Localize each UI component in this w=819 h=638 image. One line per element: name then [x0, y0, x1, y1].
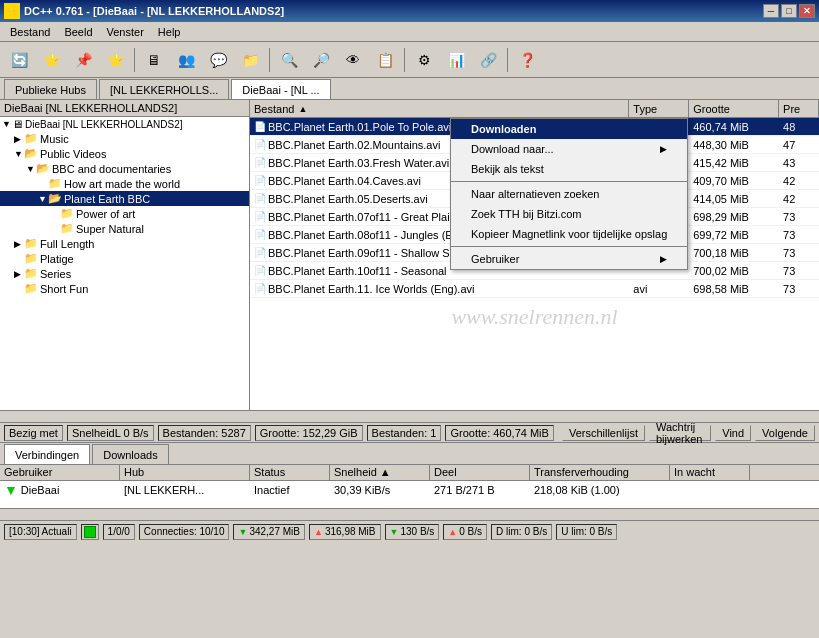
- toolbar-btn-5[interactable]: 🖥: [139, 46, 169, 74]
- tab-downloads[interactable]: Downloads: [92, 444, 168, 464]
- tab-lekkerhollands[interactable]: [NL LEKKERHOLLS...: [99, 79, 229, 99]
- tab-verbindingen[interactable]: Verbindingen: [4, 444, 90, 464]
- vb-ratio: 1/0/0: [103, 524, 135, 540]
- col-header-bestand[interactable]: Bestand ▲: [250, 100, 629, 117]
- ctx-item-bekijk[interactable]: Bekijk als tekst: [451, 159, 687, 179]
- connections-header: Gebruiker Hub Status Snelheid ▲ Deel Tra…: [0, 465, 819, 481]
- status-bar: Bezig met SnelheidL 0 B/s Bestanden: 528…: [0, 422, 819, 442]
- menu-bar: Bestand Beeld Venster Help: [0, 22, 819, 42]
- ctx-item-gebruiker[interactable]: Gebruiker ▶: [451, 249, 687, 269]
- title-bar: ⚡ DC++ 0.761 - [DieBaai - [NL LEKKERHOLL…: [0, 0, 819, 22]
- arrow-down-icon: ▼: [4, 482, 18, 498]
- toolbar-btn-8[interactable]: 📁: [235, 46, 265, 74]
- conn-col-deel: Deel: [430, 465, 530, 480]
- tree-item-super-natural[interactable]: 📁 Super Natural: [0, 221, 249, 236]
- context-menu: Downloaden Download naar... ▶ Bekijk als…: [450, 118, 688, 270]
- menu-bestand[interactable]: Bestand: [4, 24, 56, 40]
- toolbar-btn-15[interactable]: 🔗: [473, 46, 503, 74]
- tree-item-short-fun[interactable]: 📁 Short Fun: [0, 281, 249, 296]
- app-icon: ⚡: [4, 3, 20, 19]
- tab-publieke-hubs[interactable]: Publieke Hubs: [4, 79, 97, 99]
- col-header-pre[interactable]: Pre: [779, 100, 819, 117]
- tree-header: DieBaai [NL LEKKERHOLLANDS2]: [0, 100, 249, 117]
- menu-venster[interactable]: Venster: [101, 24, 150, 40]
- tree-item-bbc[interactable]: ▼ 📂 BBC and documentaries: [0, 161, 249, 176]
- vb-dlim: D lim: 0 B/s: [491, 524, 552, 540]
- tree-item-series[interactable]: ▶ 📁 Series: [0, 266, 249, 281]
- ctx-item-alternatieven[interactable]: Naar alternatieven zoeken: [451, 184, 687, 204]
- conn-col-hub: Hub: [120, 465, 250, 480]
- toolbar-btn-1[interactable]: 🔄: [4, 46, 34, 74]
- tree-item-full-length[interactable]: ▶ 📁 Full Length: [0, 236, 249, 251]
- close-button[interactable]: ✕: [799, 4, 815, 18]
- main-area: DieBaai [NL LEKKERHOLLANDS2] ▼ 🖥 DieBaai…: [0, 100, 819, 410]
- status-bestanden2: Bestanden: 1: [367, 425, 442, 441]
- status-bezig: Bezig met: [4, 425, 63, 441]
- minimize-button[interactable]: ─: [763, 4, 779, 18]
- toolbar: 🔄 ⭐ 📌 ⭐ 🖥 👥 💬 📁 🔍 🔎 👁 📋 ⚙ 📊 🔗 ❓: [0, 42, 819, 78]
- file-tree-panel: DieBaai [NL LEKKERHOLLANDS2] ▼ 🖥 DieBaai…: [0, 100, 250, 410]
- connections-panel: Gebruiker Hub Status Snelheid ▲ Deel Tra…: [0, 464, 819, 508]
- ctx-item-download-naar[interactable]: Download naar... ▶: [451, 139, 687, 159]
- vb-down1: ▼ 342,27 MiB: [233, 524, 305, 540]
- btn-vind[interactable]: Vind: [715, 425, 751, 441]
- tree-item-power-art[interactable]: 📁 Power of art: [0, 206, 249, 221]
- connection-row[interactable]: ▼ DieBaai [NL LEKKERH... Inactief 30,39 …: [0, 481, 819, 499]
- vb-ulim: U lim: 0 B/s: [556, 524, 617, 540]
- ctx-item-bitzi[interactable]: Zoek TTH bij Bitzi.com: [451, 204, 687, 224]
- ctx-item-magnetlink[interactable]: Kopieer Magnetlink voor tijdelijke opsla…: [451, 224, 687, 244]
- conn-col-user: Gebruiker: [0, 465, 120, 480]
- toolbar-btn-7[interactable]: 💬: [203, 46, 233, 74]
- vb-time: [10:30] Actuali: [4, 524, 77, 540]
- toolbar-btn-10[interactable]: 🔎: [306, 46, 336, 74]
- status-snelheid: SnelheidL 0 B/s: [67, 425, 154, 441]
- menu-help[interactable]: Help: [152, 24, 187, 40]
- ctx-item-downloaden[interactable]: Downloaden: [451, 119, 687, 139]
- bottom-tab-bar: Verbindingen Downloads: [0, 442, 819, 464]
- maximize-button[interactable]: □: [781, 4, 797, 18]
- status-grootte2: Grootte: 460,74 MiB: [445, 425, 553, 441]
- tab-diebaai[interactable]: DieBaai - [NL ...: [231, 79, 330, 99]
- toolbar-btn-2[interactable]: ⭐: [36, 46, 66, 74]
- vb-connecties: Connecties: 10/10: [139, 524, 230, 540]
- bottom-scrollbar[interactable]: [0, 508, 819, 520]
- file-row[interactable]: 📄 BBC.Planet Earth.11. Ice Worlds (Eng).…: [250, 280, 819, 298]
- toolbar-btn-help[interactable]: ❓: [512, 46, 542, 74]
- file-list-header: Bestand ▲ Type Grootte Pre: [250, 100, 819, 118]
- toolbar-btn-3[interactable]: 📌: [68, 46, 98, 74]
- tree-item-public-videos[interactable]: ▼ 📂 Public Videos: [0, 146, 249, 161]
- conn-col-wacht: In wacht: [670, 465, 750, 480]
- toolbar-btn-6[interactable]: 👥: [171, 46, 201, 74]
- vb-down2: ▼ 130 B/s: [385, 524, 440, 540]
- very-bottom-bar: [10:30] Actuali 1/0/0 Connecties: 10/10 …: [0, 520, 819, 542]
- vb-indicator: [81, 524, 99, 540]
- btn-wachtrij[interactable]: Wachtrij bijwerken: [649, 425, 711, 441]
- btn-volgende[interactable]: Volgende: [755, 425, 815, 441]
- toolbar-btn-11[interactable]: 👁: [338, 46, 368, 74]
- toolbar-btn-4[interactable]: ⭐: [100, 46, 130, 74]
- conn-col-ratio: Transferverhouding: [530, 465, 670, 480]
- tree-item-root[interactable]: ▼ 🖥 DieBaai [NL LEKKERHOLLANDS2]: [0, 117, 249, 131]
- menu-beeld[interactable]: Beeld: [58, 24, 98, 40]
- ctx-separator-2: [451, 246, 687, 247]
- status-grootte: Grootte: 152,29 GiB: [255, 425, 363, 441]
- file-list-panel: Bestand ▲ Type Grootte Pre 📄 BBC.Planet …: [250, 100, 819, 410]
- toolbar-btn-14[interactable]: 📊: [441, 46, 471, 74]
- main-tab-bar: Publieke Hubs [NL LEKKERHOLLS... DieBaai…: [0, 78, 819, 100]
- btn-verschillenlijst[interactable]: Verschillenlijst: [562, 425, 645, 441]
- toolbar-btn-12[interactable]: 📋: [370, 46, 400, 74]
- tree-item-how-art[interactable]: 📁 How art made the world: [0, 176, 249, 191]
- tree-item-planet-earth[interactable]: ▼ 📂 Planet Earth BBC: [0, 191, 249, 206]
- toolbar-btn-9[interactable]: 🔍: [274, 46, 304, 74]
- toolbar-btn-13[interactable]: ⚙: [409, 46, 439, 74]
- vb-up2: ▲ 0 B/s: [443, 524, 487, 540]
- conn-col-speed: Snelheid ▲: [330, 465, 430, 480]
- col-header-type[interactable]: Type: [629, 100, 689, 117]
- window-title: DC++ 0.761 - [DieBaai - [NL LEKKERHOLLAN…: [24, 5, 284, 17]
- col-header-grootte[interactable]: Grootte: [689, 100, 779, 117]
- tree-item-music[interactable]: ▶ 📁 Music: [0, 131, 249, 146]
- status-bestanden: Bestanden: 5287: [158, 425, 251, 441]
- vb-up1: ▲ 316,98 MiB: [309, 524, 381, 540]
- ctx-separator-1: [451, 181, 687, 182]
- tree-item-platige[interactable]: 📁 Platige: [0, 251, 249, 266]
